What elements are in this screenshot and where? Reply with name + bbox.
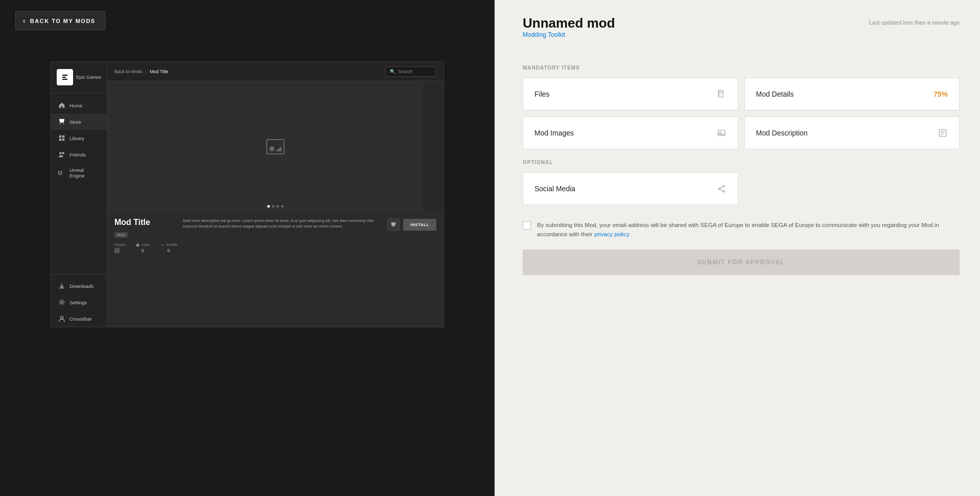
svg-point-8 bbox=[61, 301, 63, 303]
launcher-preview: Epic Games Home Store Library bbox=[51, 61, 444, 327]
breadcrumb-back-link[interactable]: Back to Mods bbox=[114, 69, 143, 74]
mod-tag: MOD bbox=[114, 232, 128, 238]
mod-details-progress: 75% bbox=[934, 90, 948, 98]
mod-description-icon bbox=[938, 128, 948, 138]
mod-description-label: Mod Description bbox=[756, 129, 808, 137]
sidebar-item-home[interactable]: Home bbox=[51, 97, 107, 114]
downloads-icon bbox=[58, 282, 65, 289]
mod-details-card[interactable]: Mod Details 75% bbox=[744, 78, 960, 110]
svg-rect-3 bbox=[59, 139, 61, 141]
mod-details-label: Mod Details bbox=[756, 90, 794, 98]
modding-toolkit-link[interactable]: Modding Toolkit bbox=[523, 31, 615, 38]
installs-label: Installs bbox=[160, 242, 177, 247]
svg-rect-4 bbox=[62, 139, 64, 141]
sidebar-item-downloads-label: Downloads bbox=[69, 283, 94, 289]
sidebar-item-friends-label: Friends bbox=[69, 152, 86, 157]
consent-checkbox[interactable] bbox=[523, 221, 531, 230]
sidebar-item-friends[interactable]: Friends bbox=[51, 146, 107, 163]
svg-rect-2 bbox=[62, 136, 64, 138]
unreal-icon: U bbox=[58, 169, 65, 176]
files-icon bbox=[716, 89, 727, 99]
likes-stat: Likes 0 bbox=[135, 242, 150, 253]
report-label: Report bbox=[114, 243, 125, 246]
epic-logo-text: Epic Games bbox=[76, 75, 101, 80]
launcher-mod-description: Mod short description will go here. Lore… bbox=[183, 218, 380, 230]
home-icon bbox=[58, 102, 65, 109]
svg-rect-1 bbox=[59, 136, 61, 138]
sidebar-item-downloads[interactable]: Downloads bbox=[51, 278, 107, 294]
sidebar-item-library[interactable]: Library bbox=[51, 130, 107, 146]
breadcrumb-separator: | bbox=[146, 69, 147, 74]
user-icon bbox=[58, 315, 65, 322]
hero-dots bbox=[267, 205, 284, 208]
svg-text:U: U bbox=[58, 170, 62, 176]
optional-empty-slot bbox=[744, 172, 960, 205]
mod-info-row: Mod Title MOD Mod short description will… bbox=[114, 218, 436, 238]
sidebar-item-croustibar[interactable]: Croustibar bbox=[51, 310, 107, 327]
sidebar-item-library-label: Library bbox=[69, 136, 84, 141]
epic-logo-icon bbox=[57, 69, 73, 85]
sidebar-item-store[interactable]: Store bbox=[51, 114, 107, 130]
mod-images-label: Mod Images bbox=[534, 129, 574, 137]
social-media-card[interactable]: Social Media bbox=[523, 172, 738, 205]
install-button[interactable]: INSTALL bbox=[403, 219, 436, 231]
launcher-sidebar: Epic Games Home Store Library bbox=[51, 62, 107, 327]
launcher-logo: Epic Games bbox=[51, 62, 107, 93]
back-button-label: BACK TO MY MODS bbox=[30, 18, 96, 24]
launcher-main: Back to Mods | Mod Title 🔍 Search bbox=[107, 62, 444, 327]
mod-stats-row: Report Likes 0 Installs bbox=[114, 242, 436, 253]
svg-point-5 bbox=[59, 152, 61, 154]
mandatory-items-grid: Files Mod Details 75% Mod Images bbox=[523, 78, 960, 149]
friends-icon bbox=[58, 151, 65, 158]
last-updated-text: Last updated less than a minute ago bbox=[869, 19, 960, 26]
breadcrumb-current: Mod Title bbox=[150, 69, 169, 74]
privacy-policy-link[interactable]: privacy policy bbox=[594, 231, 629, 237]
svg-point-15 bbox=[718, 188, 720, 190]
left-panel: ‹ BACK TO MY MODS Epic Games Home bbox=[0, 0, 495, 496]
mod-description-card[interactable]: Mod Description bbox=[744, 117, 960, 149]
settings-icon bbox=[58, 299, 65, 306]
sidebar-item-croustibar-label: Croustibar bbox=[69, 316, 92, 322]
search-placeholder: Search bbox=[398, 69, 413, 74]
mod-images-card[interactable]: Mod Images bbox=[523, 117, 738, 149]
sidebar-bottom: Downloads Settings Croustibar bbox=[51, 271, 107, 327]
report-flag-icon[interactable] bbox=[114, 248, 120, 253]
svg-point-12 bbox=[719, 132, 720, 133]
mod-title-section: Mod Title MOD bbox=[114, 218, 176, 238]
files-label: Files bbox=[534, 90, 550, 98]
installs-stat: Installs 0 bbox=[160, 242, 177, 253]
svg-point-14 bbox=[723, 185, 725, 187]
search-bar[interactable]: 🔍 Search bbox=[385, 66, 436, 77]
svg-rect-10 bbox=[718, 91, 723, 98]
report-section: Report bbox=[114, 243, 125, 253]
sidebar-item-settings[interactable]: Settings bbox=[51, 294, 107, 310]
sidebar-item-store-label: Store bbox=[69, 119, 81, 125]
sidebar-item-unreal[interactable]: U Unreal Engine bbox=[51, 163, 107, 183]
submit-section: By submitting this Mod, your email addre… bbox=[523, 220, 960, 275]
svg-point-9 bbox=[60, 317, 63, 319]
launcher-mod-info: Mod Title MOD Mod short description will… bbox=[107, 212, 444, 258]
launcher-hero-area bbox=[107, 81, 444, 212]
back-to-mods-button[interactable]: ‹ BACK TO MY MODS bbox=[15, 11, 105, 30]
library-icon bbox=[58, 134, 65, 142]
hero-dot-4 bbox=[281, 205, 284, 208]
social-media-icon bbox=[716, 184, 727, 194]
launcher-topbar: Back to Mods | Mod Title 🔍 Search bbox=[107, 62, 444, 81]
likes-label: Likes bbox=[135, 242, 150, 247]
submit-approval-button[interactable]: SUBMIT FOR APPROVAL bbox=[523, 250, 960, 275]
svg-point-16 bbox=[723, 191, 725, 192]
likes-value: 0 bbox=[142, 248, 144, 253]
breadcrumb: Back to Mods | Mod Title bbox=[114, 69, 168, 74]
search-icon: 🔍 bbox=[390, 69, 395, 74]
mod-actions: INSTALL bbox=[387, 218, 436, 231]
store-icon bbox=[58, 118, 65, 125]
launcher-mod-title: Mod Title bbox=[114, 218, 176, 227]
hero-dot-2 bbox=[272, 205, 274, 208]
files-card[interactable]: Files bbox=[523, 78, 738, 110]
like-button[interactable] bbox=[387, 218, 400, 231]
consent-text: By submitting this Mod, your email addre… bbox=[537, 220, 960, 239]
mod-name-title: Unnamed mod bbox=[523, 15, 615, 31]
optional-section-label: OPTIONAL bbox=[523, 160, 960, 165]
hero-dot-1 bbox=[267, 205, 270, 208]
chevron-left-icon: ‹ bbox=[23, 17, 26, 25]
